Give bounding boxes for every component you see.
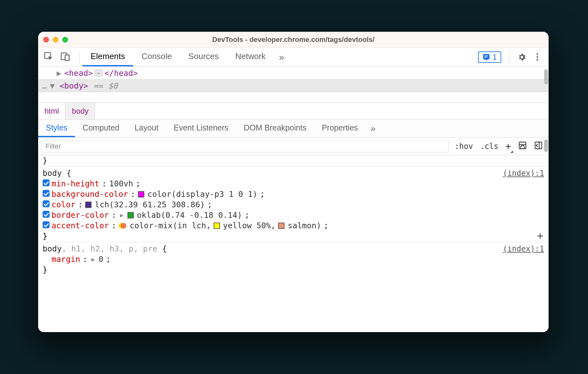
css-property-value[interactable]: oklab(0.74 -0.18 0.14) [137, 210, 242, 220]
css-declaration[interactable]: color: lch(32.39 61.25 308.86); [43, 199, 544, 210]
color-mix-swatch-icon[interactable] [119, 222, 126, 230]
rule-close-brace: } [38, 155, 549, 166]
rendering-panel-toggle-icon[interactable] [534, 141, 543, 152]
property-enable-checkbox[interactable] [43, 190, 50, 197]
close-window-button[interactable] [43, 37, 49, 43]
cls-toggle[interactable]: .cls [480, 142, 498, 151]
css-property-name[interactable]: border-color [51, 210, 109, 220]
main-toolbar: ElementsConsoleSourcesNetwork » 1 [38, 48, 549, 67]
toolbar-separator [79, 51, 80, 63]
css-declaration[interactable]: border-color:▶oklab(0.74 -0.18 0.14); [43, 210, 544, 220]
styles-filter-input[interactable] [41, 140, 449, 152]
css-declaration[interactable]: min-height: 100vh; [43, 178, 544, 189]
main-tabs: ElementsConsoleSourcesNetwork [82, 48, 274, 66]
css-value-segment[interactable]: color-mix(in lch, [130, 221, 211, 230]
css-value-segment[interactable]: yellow 50%, [223, 221, 276, 230]
dom-node-truncated [38, 92, 549, 102]
hov-toggle[interactable]: :hov [455, 142, 473, 151]
breadcrumb-body[interactable]: body [65, 103, 95, 119]
inspect-element-icon[interactable] [44, 52, 53, 63]
subtab-computed[interactable]: Computed [75, 120, 127, 137]
styles-scrollbar[interactable] [544, 139, 548, 152]
svg-rect-2 [65, 55, 69, 61]
property-enable-checkbox[interactable] [43, 211, 50, 218]
property-enable-checkbox[interactable] [43, 179, 50, 186]
zoom-window-button[interactable] [62, 37, 68, 43]
css-property-value[interactable]: color(display-p3 1 0 1) [147, 190, 257, 199]
dom-tree[interactable]: ▶ <head> ⋯ </head> … <body> == $0 [38, 67, 549, 103]
css-property-name[interactable]: background-color [51, 190, 128, 199]
dom-node-head[interactable]: ▶ <head> ⋯ </head> [38, 67, 549, 79]
css-declaration[interactable]: margin:▶0; [43, 254, 544, 264]
styles-filter-bar: :hov .cls + [38, 137, 549, 155]
svg-rect-5 [484, 57, 487, 57]
issues-chip[interactable]: 1 [478, 51, 501, 63]
more-subtabs-button[interactable]: » [366, 120, 381, 137]
computed-styles-toggle-icon[interactable] [518, 141, 527, 152]
breadcrumb-html[interactable]: html [38, 103, 65, 119]
subtab-properties[interactable]: Properties [314, 120, 366, 137]
css-declaration[interactable]: accent-color: color-mix(in lch, yellow 5… [43, 220, 544, 231]
property-enable-checkbox[interactable] [43, 200, 50, 207]
style-rule[interactable]: body {(index):1min-height: 100vh;backgro… [38, 166, 549, 242]
devtools-window: DevTools - developer.chrome.com/tags/dev… [38, 32, 549, 332]
css-property-value[interactable]: 0 [99, 255, 103, 264]
main-tab-network[interactable]: Network [227, 48, 274, 66]
css-property-name[interactable]: margin [51, 255, 80, 264]
dom-scrollbar[interactable] [544, 69, 548, 84]
styles-pane[interactable]: } body {(index):1min-height: 100vh;backg… [38, 155, 549, 332]
subtab-layout[interactable]: Layout [127, 120, 166, 137]
rule-source-link[interactable]: (index):1 [503, 169, 544, 178]
new-style-rule-button[interactable]: + [505, 141, 511, 152]
kebab-menu-icon[interactable] [532, 52, 542, 62]
property-enable-checkbox[interactable] [43, 221, 50, 228]
issues-count: 1 [493, 53, 497, 62]
styles-subtabs: StylesComputedLayoutEvent ListenersDOM B… [38, 120, 549, 137]
main-tab-elements[interactable]: Elements [82, 48, 133, 66]
dom-selection-indicator: == $0 [94, 81, 118, 90]
css-property-value[interactable]: 100vh [109, 179, 133, 188]
device-toolbar-icon[interactable] [60, 52, 70, 63]
css-declaration[interactable]: background-color: color(display-p3 1 0 1… [43, 189, 544, 199]
dom-body-open: <body> [59, 81, 88, 90]
minimize-window-button[interactable] [53, 37, 58, 43]
rule-selector[interactable]: body, h1, h2, h3, p, pre { [43, 244, 167, 253]
subtab-styles[interactable]: Styles [38, 120, 75, 137]
color-swatch-icon[interactable] [138, 191, 144, 197]
main-tab-sources[interactable]: Sources [180, 48, 227, 66]
css-property-name[interactable]: color [51, 200, 75, 209]
style-rule[interactable]: body, h1, h2, h3, p, pre {(index):1margi… [38, 242, 549, 276]
subtab-event-listeners[interactable]: Event Listeners [166, 120, 236, 137]
expand-shorthand-icon[interactable]: ▶ [119, 212, 125, 218]
window-titlebar: DevTools - developer.chrome.com/tags/dev… [38, 32, 549, 48]
rule-selector[interactable]: body { [43, 169, 71, 178]
main-tab-console[interactable]: Console [133, 48, 180, 66]
expand-shorthand-icon[interactable]: ▶ [90, 256, 96, 263]
color-swatch-icon[interactable] [85, 202, 92, 208]
expand-triangle-icon[interactable] [50, 81, 56, 90]
settings-icon[interactable] [517, 52, 527, 62]
more-tabs-button[interactable]: » [274, 52, 290, 63]
svg-rect-4 [484, 56, 488, 56]
dom-head-close: </head> [104, 69, 138, 78]
subtab-dom-breakpoints[interactable]: DOM Breakpoints [236, 120, 314, 137]
traffic-lights [43, 37, 68, 43]
color-swatch-icon[interactable] [278, 223, 284, 229]
rule-source-link[interactable]: (index):1 [503, 244, 544, 253]
ellipsis-badge[interactable]: ⋯ [94, 70, 103, 77]
toolbar-separator [509, 51, 509, 63]
dom-overflow-dots[interactable]: … [42, 81, 47, 90]
window-title: DevTools - developer.chrome.com/tags/dev… [38, 36, 549, 44]
css-property-name[interactable]: min-height [51, 179, 99, 188]
dom-breadcrumb: htmlbody [38, 103, 549, 120]
rule-close-brace: } [43, 265, 544, 274]
color-swatch-icon[interactable] [127, 212, 134, 218]
css-property-value[interactable]: lch(32.39 61.25 308.86) [95, 200, 205, 209]
rule-close-brace: } [43, 231, 544, 241]
color-swatch-icon[interactable] [214, 223, 220, 229]
css-value-segment[interactable]: salmon) [288, 221, 321, 230]
dom-head-open: <head> [64, 69, 93, 78]
css-property-name[interactable]: accent-color [51, 221, 109, 230]
insert-rule-below-button[interactable]: + [537, 229, 544, 242]
dom-node-body[interactable]: … <body> == $0 [38, 79, 549, 92]
